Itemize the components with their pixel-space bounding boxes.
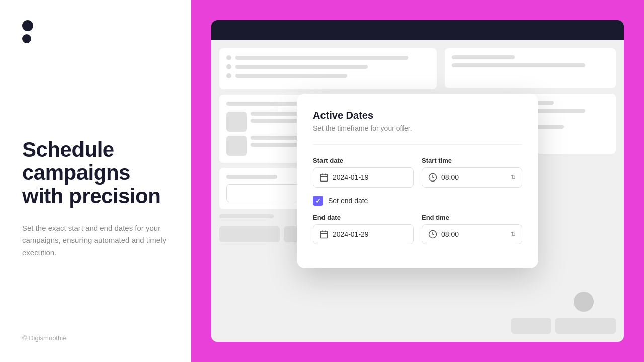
clock-icon-end xyxy=(428,230,437,239)
end-date-group: End date 2024-01-29 xyxy=(313,214,414,244)
start-time-value: 08:00 xyxy=(441,173,459,182)
calendar-icon xyxy=(319,173,329,182)
modal-divider xyxy=(313,144,522,145)
set-end-date-checkbox[interactable]: ✓ xyxy=(313,196,323,206)
end-date-label: End date xyxy=(313,214,414,221)
active-dates-modal: Active Dates Set the timeframe for your … xyxy=(297,94,538,268)
start-time-label: Start time xyxy=(422,157,522,164)
footer-copyright: © Digismoothie xyxy=(22,334,169,342)
logo xyxy=(22,20,169,43)
right-panel: Active Dates Set the timeframe for your … xyxy=(191,0,644,362)
end-date-value: 2024-01-29 xyxy=(333,230,369,238)
description-text: Set the exact start and end dates for yo… xyxy=(22,222,169,259)
start-time-select[interactable]: 08:00 ⇅ xyxy=(422,167,522,188)
modal-title: Active Dates xyxy=(313,110,522,121)
end-date-input[interactable]: 2024-01-29 xyxy=(313,224,414,244)
start-time-group: Start time 08:00 ⇅ xyxy=(422,157,522,188)
set-end-date-label: Set end date xyxy=(328,197,368,205)
chevron-icon-start: ⇅ xyxy=(511,174,516,181)
end-date-time-row: End date 2024-01-29 End time xyxy=(313,214,522,244)
start-date-time-row: Start date 2024-01-19 Start time xyxy=(313,157,522,188)
modal-subtitle: Set the timeframe for your offer. xyxy=(313,124,522,132)
end-time-select[interactable]: 08:00 ⇅ xyxy=(422,224,522,244)
calendar-icon-end xyxy=(319,230,329,239)
checkmark-icon: ✓ xyxy=(315,197,321,205)
modal-overlay: Active Dates Set the timeframe for your … xyxy=(191,0,644,362)
start-date-group: Start date 2024-01-19 xyxy=(313,157,414,188)
logo-dot-small xyxy=(22,34,31,43)
set-end-date-row[interactable]: ✓ Set end date xyxy=(313,196,522,206)
left-content: Schedule campaigns with precision Set th… xyxy=(22,43,169,334)
end-time-select-left: 08:00 xyxy=(428,230,459,239)
svg-rect-5 xyxy=(320,231,328,238)
left-panel: Schedule campaigns with precision Set th… xyxy=(0,0,191,362)
clock-icon-start xyxy=(428,173,437,182)
logo-dot-large xyxy=(22,20,33,31)
main-heading: Schedule campaigns with precision xyxy=(22,138,169,208)
end-time-label: End time xyxy=(422,214,522,221)
start-date-value: 2024-01-19 xyxy=(333,173,369,182)
svg-rect-0 xyxy=(320,174,328,182)
start-time-select-left: 08:00 xyxy=(428,173,459,182)
end-time-group: End time 08:00 ⇅ xyxy=(422,214,522,244)
start-date-input[interactable]: 2024-01-19 xyxy=(313,167,414,188)
start-date-label: Start date xyxy=(313,157,414,164)
end-time-value: 08:00 xyxy=(441,230,459,238)
chevron-icon-end: ⇅ xyxy=(511,231,516,238)
